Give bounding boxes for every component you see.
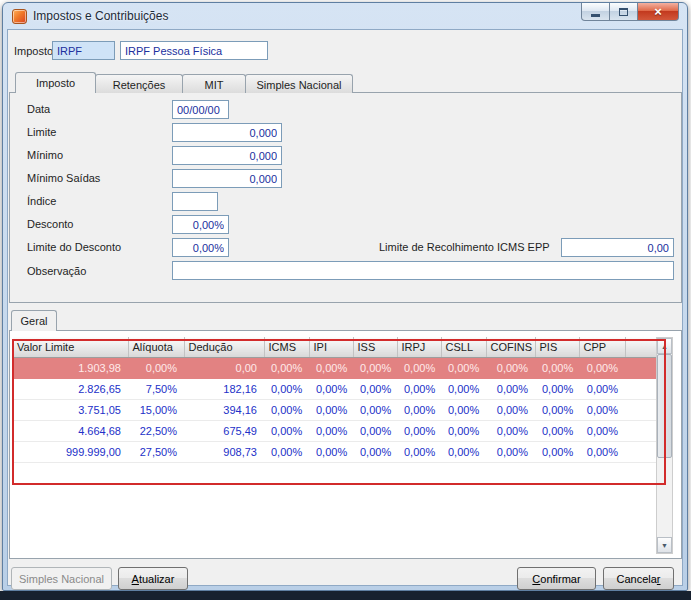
table-cell[interactable]: 7,50%: [128, 378, 184, 399]
minimo-input[interactable]: [172, 146, 282, 165]
table-cell[interactable]: 0,00%: [397, 357, 441, 378]
scroll-down-icon[interactable]: ▼: [657, 537, 672, 553]
table-cell[interactable]: 0,00%: [535, 378, 579, 399]
desconto-input[interactable]: [172, 215, 229, 234]
column-header[interactable]: CPP: [579, 337, 625, 357]
column-header[interactable]: Dedução: [184, 337, 264, 357]
tab-mit[interactable]: MIT: [182, 74, 246, 93]
table-cell[interactable]: 0,00%: [579, 441, 625, 462]
grid-header-row: Valor LimiteAlíquotaDeduçãoICMSIPIISSIRP…: [13, 337, 658, 357]
imposto-description-input[interactable]: [120, 41, 268, 60]
table-cell[interactable]: 0,00%: [441, 378, 486, 399]
table-cell[interactable]: 0,00%: [309, 378, 353, 399]
cancelar-label-pre: Cancela: [616, 573, 656, 585]
scroll-up-icon[interactable]: ▲: [657, 338, 672, 354]
table-cell[interactable]: 3.751,05: [13, 399, 128, 420]
table-cell[interactable]: 0,00%: [535, 357, 579, 378]
imposto-code-input[interactable]: [52, 41, 115, 60]
column-header[interactable]: Valor Limite: [13, 337, 128, 357]
table-cell[interactable]: 182,16: [184, 378, 264, 399]
table-cell[interactable]: 0,00%: [309, 420, 353, 441]
tab-retencoes[interactable]: Retenções: [95, 74, 183, 93]
limite-input[interactable]: [172, 123, 282, 142]
observacao-input[interactable]: [172, 261, 674, 280]
table-cell[interactable]: 22,50%: [128, 420, 184, 441]
data-input[interactable]: [172, 100, 229, 119]
table-cell[interactable]: 0,00%: [309, 399, 353, 420]
table-cell[interactable]: 0,00%: [264, 357, 309, 378]
table-cell[interactable]: 0,00%: [486, 399, 535, 420]
table-cell[interactable]: 0,00%: [486, 420, 535, 441]
table-row[interactable]: 1.903,980,00%0,000,00%0,00%0,00%0,00%0,0…: [13, 357, 658, 378]
titlebar[interactable]: Impostos e Contribuições ×: [3, 3, 687, 29]
table-row[interactable]: 3.751,0515,00%394,160,00%0,00%0,00%0,00%…: [13, 399, 658, 420]
table-cell[interactable]: 0,00%: [486, 441, 535, 462]
icms-epp-input[interactable]: [561, 238, 674, 257]
table-cell[interactable]: 0,00%: [579, 399, 625, 420]
table-cell[interactable]: 0,00%: [353, 399, 397, 420]
tab-geral[interactable]: Geral: [11, 310, 57, 331]
tab-imposto[interactable]: Imposto: [15, 72, 96, 93]
table-cell[interactable]: 908,73: [184, 441, 264, 462]
table-cell[interactable]: 0,00%: [353, 441, 397, 462]
column-header[interactable]: COFINS: [486, 337, 535, 357]
table-cell[interactable]: 2.826,65: [13, 378, 128, 399]
table-cell[interactable]: 394,16: [184, 399, 264, 420]
table-cell[interactable]: 0,00%: [264, 420, 309, 441]
scroll-thumb[interactable]: [657, 354, 672, 458]
table-cell[interactable]: 0,00%: [353, 420, 397, 441]
table-cell[interactable]: 0,00%: [441, 357, 486, 378]
close-button[interactable]: ×: [637, 3, 679, 21]
table-cell[interactable]: 0,00%: [579, 357, 625, 378]
table-cell[interactable]: 0,00%: [264, 441, 309, 462]
table-cell[interactable]: 0,00%: [535, 399, 579, 420]
table-cell[interactable]: 0,00%: [486, 378, 535, 399]
table-cell[interactable]: 0,00%: [535, 441, 579, 462]
table-cell[interactable]: 27,50%: [128, 441, 184, 462]
confirmar-button[interactable]: Confirmar: [517, 567, 596, 590]
table-cell[interactable]: 999.999,00: [13, 441, 128, 462]
table-cell[interactable]: 15,00%: [128, 399, 184, 420]
table-cell[interactable]: 0,00%: [441, 420, 486, 441]
table-cell[interactable]: 0,00%: [579, 378, 625, 399]
table-cell[interactable]: 0,00%: [397, 420, 441, 441]
minimo-saidas-input[interactable]: [172, 169, 282, 188]
table-cell[interactable]: 0,00%: [309, 441, 353, 462]
column-header[interactable]: Alíquota: [128, 337, 184, 357]
table-cell[interactable]: 0,00%: [264, 378, 309, 399]
vertical-scrollbar[interactable]: ▲ ▼: [656, 337, 673, 554]
table-cell[interactable]: 1.903,98: [13, 357, 128, 378]
tab-simples-nacional[interactable]: Simples Nacional: [245, 74, 353, 93]
table-cell[interactable]: 0,00%: [128, 357, 184, 378]
table-row[interactable]: 999.999,0027,50%908,730,00%0,00%0,00%0,0…: [13, 441, 658, 462]
table-cell[interactable]: 675,49: [184, 420, 264, 441]
table-cell[interactable]: 0,00%: [397, 399, 441, 420]
table-cell[interactable]: 0,00%: [353, 357, 397, 378]
table-cell[interactable]: 0,00%: [486, 357, 535, 378]
table-cell[interactable]: 0,00%: [353, 378, 397, 399]
limite-desconto-input[interactable]: [172, 238, 229, 257]
column-header[interactable]: ISS: [353, 337, 397, 357]
column-header[interactable]: CSLL: [441, 337, 486, 357]
column-header[interactable]: IRPJ: [397, 337, 441, 357]
column-header[interactable]: IPI: [309, 337, 353, 357]
table-cell[interactable]: 0,00%: [397, 378, 441, 399]
atualizar-button[interactable]: Atualizar: [118, 567, 188, 590]
table-row[interactable]: 2.826,657,50%182,160,00%0,00%0,00%0,00%0…: [13, 378, 658, 399]
table-cell[interactable]: 4.664,68: [13, 420, 128, 441]
table-cell[interactable]: 0,00%: [397, 441, 441, 462]
table-cell[interactable]: 0,00%: [579, 420, 625, 441]
table-cell[interactable]: 0,00%: [309, 357, 353, 378]
table-cell[interactable]: 0,00%: [441, 399, 486, 420]
column-header[interactable]: PIS: [535, 337, 579, 357]
maximize-button[interactable]: [610, 3, 637, 21]
table-cell[interactable]: 0,00%: [535, 420, 579, 441]
cancelar-button[interactable]: Cancelar: [603, 567, 674, 590]
table-cell[interactable]: 0,00%: [441, 441, 486, 462]
table-cell[interactable]: 0,00%: [264, 399, 309, 420]
indice-input[interactable]: [172, 192, 218, 211]
table-cell[interactable]: 0,00: [184, 357, 264, 378]
table-row[interactable]: 4.664,6822,50%675,490,00%0,00%0,00%0,00%…: [13, 420, 658, 441]
minimize-button[interactable]: [581, 3, 610, 21]
column-header[interactable]: ICMS: [264, 337, 309, 357]
